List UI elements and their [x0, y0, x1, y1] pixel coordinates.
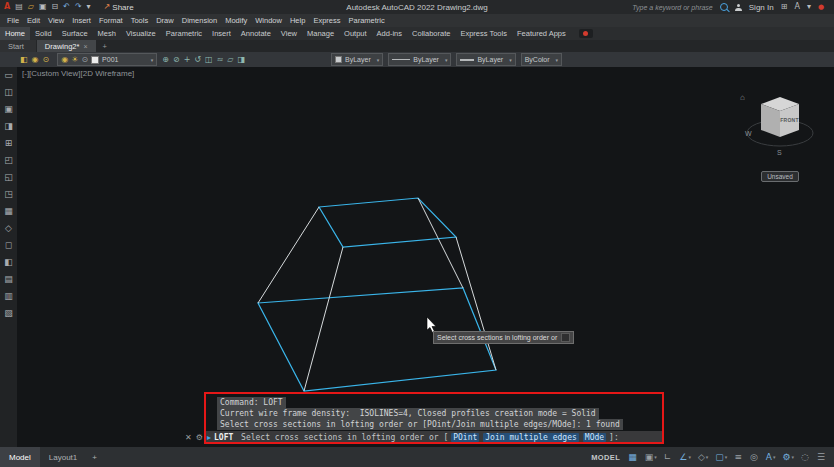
layer-select[interactable]: ◉ ☀ ⊙ P001 ▾ [57, 53, 157, 66]
open-file-icon[interactable]: ▱ [28, 3, 34, 11]
side-tool-icon[interactable]: ◫ [4, 88, 13, 97]
drawing-viewport[interactable]: [-][Custom View][2D Wireframe] ⌂ W S FRO… [17, 67, 834, 447]
menu-item[interactable]: Modify [221, 16, 251, 25]
app-store-icon[interactable]: ⊞ [781, 3, 788, 11]
selection-cycling-icon[interactable]: ◎ [750, 453, 759, 462]
save-icon[interactable]: ▣ [39, 3, 47, 11]
sign-in-button[interactable]: Sign In [749, 3, 774, 12]
ribbon-tab[interactable]: Insert [207, 27, 236, 40]
menu-item[interactable]: View [44, 16, 68, 25]
side-tool-icon[interactable]: ▥ [4, 292, 13, 301]
osnap-icon[interactable]: ▢▾ [715, 453, 727, 462]
menu-item[interactable]: Help [286, 16, 309, 25]
side-tool-icon[interactable]: ◳ [4, 190, 13, 199]
menu-item[interactable]: Dimension [178, 16, 221, 25]
layer-tool-icon[interactable]: ⊙ [43, 55, 50, 64]
modify-tool-icon[interactable]: ▱ [227, 55, 233, 64]
viewcube-south-label[interactable]: S [777, 149, 782, 156]
file-tab[interactable]: Drawing2* × [37, 40, 96, 52]
titlebar-caret-icon[interactable]: ▾ [807, 3, 811, 11]
viewcube-home-icon[interactable]: ⌂ [740, 93, 745, 102]
search-input[interactable]: Type a keyword or phrase [632, 4, 712, 11]
annotation-scale-icon[interactable]: A▾ [766, 453, 776, 462]
quick-access-caret-icon[interactable]: ▾ [87, 3, 91, 11]
share-button[interactable]: ↗ Share [104, 3, 134, 12]
autodesk-account-icon[interactable]: A [794, 3, 799, 11]
viewcube-west-label[interactable]: W [745, 130, 752, 137]
layout-tab[interactable]: Model [0, 447, 40, 467]
viewcube[interactable]: ⌂ W S FRONT Unsaved [744, 91, 816, 183]
new-layout-button[interactable]: + [86, 453, 103, 462]
menu-item[interactable]: Insert [68, 16, 95, 25]
side-tool-icon[interactable]: ◨ [4, 122, 13, 131]
side-tool-icon[interactable]: ◱ [4, 173, 13, 182]
ribbon-tab[interactable]: Home [0, 27, 30, 40]
unsaved-view-button[interactable]: Unsaved [761, 171, 799, 182]
polar-tracking-icon[interactable]: ∠▾ [679, 453, 691, 462]
layer-tool-icon[interactable]: ◉ [32, 55, 39, 64]
ribbon-tab[interactable]: Featured Apps [512, 27, 571, 40]
command-option-button[interactable]: MOde [583, 433, 606, 442]
layout-tab[interactable]: Layout1 [40, 447, 86, 467]
side-tool-icon[interactable]: ▭ [4, 71, 13, 80]
modify-tool-icon[interactable]: + [184, 55, 191, 64]
side-tool-icon[interactable]: ▤ [4, 275, 13, 284]
ribbon-tab[interactable]: Parametric [161, 27, 207, 40]
lineweight-select[interactable]: ByLayer ▾ [456, 53, 515, 66]
plot-icon[interactable]: ⊟ [51, 3, 58, 11]
ribbon-tab[interactable]: Mesh [93, 27, 121, 40]
ribbon-tab[interactable]: View [276, 27, 302, 40]
lineweight-icon[interactable]: ≡ [734, 453, 743, 462]
menu-item[interactable]: Window [251, 16, 286, 25]
ribbon-tab[interactable]: Surface [57, 27, 93, 40]
menu-item[interactable]: Draw [152, 16, 178, 25]
modify-tool-icon[interactable]: ◫ [205, 55, 213, 64]
ortho-icon[interactable]: ∟ [664, 453, 673, 462]
model-space-button[interactable]: MODEL [591, 453, 620, 462]
command-option-button[interactable]: POint [451, 433, 479, 442]
isodraft-icon[interactable]: ◇▾ [698, 453, 708, 462]
side-tool-icon[interactable]: ⊞ [5, 139, 13, 148]
plot-style-select[interactable]: ByColor ▾ [521, 53, 562, 66]
customize-icon[interactable]: ☰ [817, 453, 826, 462]
command-option-button[interactable]: Join multiple edges [483, 433, 579, 442]
menu-item[interactable]: Parametric [344, 16, 388, 25]
ribbon-tab[interactable]: Collaborate [407, 27, 455, 40]
modify-tool-icon[interactable]: ↺ [194, 55, 201, 64]
command-input[interactable]: ▸ LOFT Select cross sections in lofting … [204, 431, 662, 444]
modify-tool-icon[interactable]: ◨ [237, 55, 245, 64]
new-drawing-tab-button[interactable]: + [97, 42, 113, 51]
ribbon-tab[interactable]: Annotate [236, 27, 276, 40]
side-tool-icon[interactable]: ▣ [4, 105, 13, 114]
menu-item[interactable]: Express [309, 16, 344, 25]
side-tool-icon[interactable]: ◧ [4, 258, 13, 267]
redo-icon[interactable]: ↷ [75, 3, 82, 11]
side-tool-icon[interactable]: ▦ [4, 207, 13, 216]
ribbon-tab[interactable]: Add-ins [372, 27, 407, 40]
color-select[interactable]: ByLayer ▾ [331, 53, 383, 66]
viewcube-front-label[interactable]: FRONT [780, 117, 799, 123]
search-icon[interactable] [720, 3, 728, 11]
snap-icon[interactable]: ▣▾ [645, 453, 657, 462]
side-tool-icon[interactable]: ◇ [5, 224, 12, 233]
close-tab-icon[interactable]: × [83, 43, 87, 50]
command-customize-icon[interactable]: ⚙ [196, 433, 203, 442]
command-close-icon[interactable]: ✕ [185, 433, 192, 442]
menu-item[interactable]: Tools [127, 16, 153, 25]
menu-item[interactable]: File [3, 16, 23, 25]
modify-tool-icon[interactable]: ⊘ [173, 55, 180, 64]
side-tool-icon[interactable]: ◻ [5, 241, 12, 250]
grid-icon[interactable]: ▦ [628, 453, 638, 462]
side-tool-icon[interactable]: ▧ [4, 309, 13, 318]
undo-icon[interactable]: ↶ [63, 3, 70, 11]
ribbon-tab[interactable]: Visualize [121, 27, 161, 40]
linetype-select[interactable]: ByLayer ▾ [388, 53, 451, 66]
ribbon-tab[interactable]: Output [339, 27, 372, 40]
layer-tool-icon[interactable]: ◧ [20, 55, 28, 64]
modify-tool-icon[interactable]: ⊕ [162, 55, 169, 64]
ribbon-tab[interactable]: Solid [30, 27, 57, 40]
autocad-logo-icon[interactable]: A [4, 3, 10, 11]
ribbon-tab[interactable]: Express Tools [455, 27, 512, 40]
new-file-icon[interactable]: ▤ [15, 3, 23, 11]
workspace-icon[interactable]: ⚙▾ [782, 453, 794, 462]
